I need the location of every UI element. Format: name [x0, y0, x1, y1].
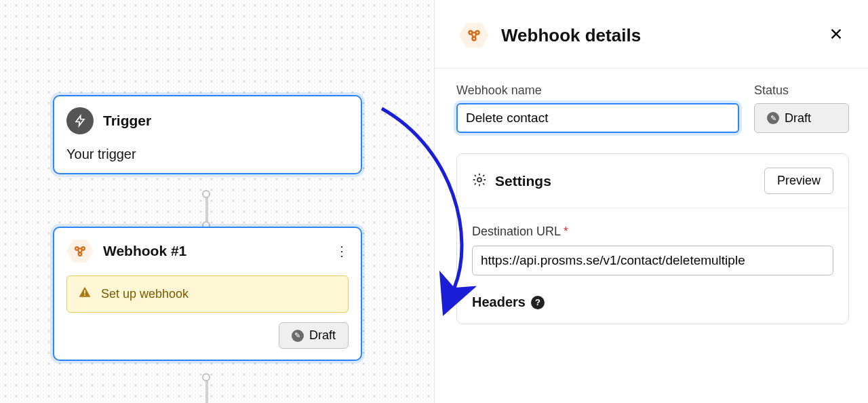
pencil-icon: ✎ — [292, 330, 304, 342]
settings-card: Settings Preview Destination URL* Header… — [456, 153, 849, 324]
connector-dot — [202, 373, 210, 381]
settings-title: Settings — [495, 173, 551, 189]
help-icon[interactable]: ? — [531, 296, 545, 309]
svg-point-7 — [476, 31, 479, 35]
draft-status-button[interactable]: ✎ Draft — [279, 322, 349, 349]
svg-point-6 — [469, 31, 473, 35]
connector-line — [205, 194, 208, 225]
preview-button[interactable]: Preview — [764, 168, 833, 194]
lightning-icon — [66, 107, 94, 134]
warning-text: Set up webhook — [101, 287, 189, 301]
svg-point-2 — [81, 247, 85, 250]
details-panel: Webhook details Webhook name Status ✎ Dr… — [434, 0, 868, 403]
status-button[interactable]: ✎ Draft — [754, 103, 849, 133]
svg-rect-5 — [84, 294, 85, 296]
node-webhook[interactable]: Webhook #1 ⋮ Set up webhook ✎ Draft — [53, 227, 362, 361]
destination-url-label: Destination URL* — [472, 225, 833, 239]
destination-url-input[interactable] — [472, 246, 833, 275]
status-label: Status — [754, 83, 849, 98]
trigger-title: Trigger — [103, 113, 151, 129]
connector-dot — [202, 190, 210, 198]
gear-icon — [472, 172, 487, 190]
close-icon[interactable] — [829, 26, 844, 44]
connector-line — [205, 377, 208, 403]
required-star-icon: * — [564, 225, 568, 238]
headers-label: Headers — [472, 294, 526, 310]
panel-header: Webhook details — [435, 0, 868, 69]
warning-icon — [78, 286, 92, 303]
draft-status-label: Draft — [309, 328, 336, 343]
webhook-icon — [66, 239, 94, 263]
svg-point-9 — [477, 178, 481, 182]
more-menu-icon[interactable]: ⋮ — [335, 248, 349, 254]
workflow-canvas[interactable]: Trigger Your trigger Webhook #1 ⋮ Set up… — [0, 0, 434, 403]
webhook-title: Webhook #1 — [103, 243, 186, 259]
pencil-icon: ✎ — [767, 112, 779, 124]
setup-warning-banner[interactable]: Set up webhook — [66, 275, 349, 313]
status-value: Draft — [785, 111, 811, 126]
webhook-name-input[interactable] — [456, 103, 739, 133]
node-trigger[interactable]: Trigger Your trigger — [53, 95, 362, 174]
svg-marker-0 — [76, 116, 84, 126]
trigger-subtitle: Your trigger — [66, 147, 349, 162]
panel-title: Webhook details — [501, 25, 641, 46]
webhook-icon — [459, 22, 489, 49]
headers-section-header: Headers ? — [472, 294, 833, 318]
svg-rect-4 — [84, 290, 85, 294]
name-label: Webhook name — [456, 83, 739, 98]
svg-point-1 — [75, 247, 79, 250]
